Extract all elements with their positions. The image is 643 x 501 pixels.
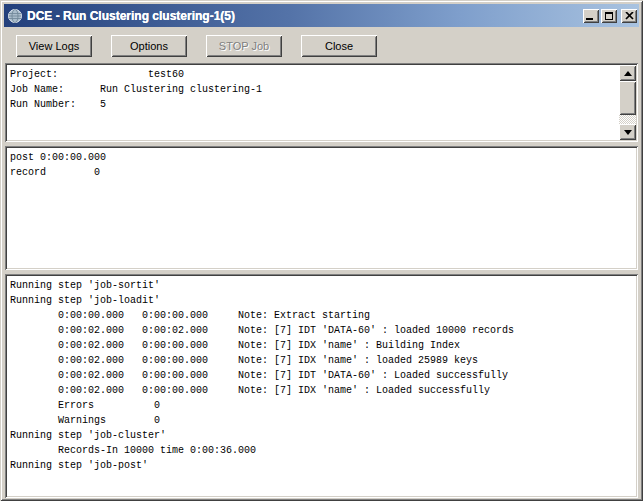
minimize-button[interactable] <box>583 9 599 23</box>
scrollbar-track[interactable] <box>619 115 636 124</box>
scrollbar-thumb[interactable] <box>619 81 636 115</box>
scroll-up-button[interactable] <box>619 65 636 81</box>
close-button[interactable]: Close <box>301 35 377 57</box>
toolbar: View Logs Options STOP Job Close <box>3 27 640 63</box>
close-window-button[interactable] <box>621 9 637 23</box>
titlebar[interactable]: DCE - Run Clustering clustering-1(5) <box>4 4 639 27</box>
info-panel-scrollbar[interactable] <box>619 65 636 140</box>
job-info-panel: Project: test60 Job Name: Run Clustering… <box>5 63 638 142</box>
status-panel: post 0:00:00.000 record 0 <box>5 146 638 270</box>
options-button[interactable]: Options <box>111 35 187 57</box>
maximize-button[interactable] <box>601 9 617 23</box>
minimize-icon <box>586 18 593 20</box>
scroll-down-icon <box>624 130 632 135</box>
window-controls <box>583 9 637 23</box>
globe-icon <box>7 8 23 24</box>
view-logs-button[interactable]: View Logs <box>16 35 92 57</box>
close-icon <box>625 12 634 20</box>
run-log-panel: Running step 'job-sortit' Running step '… <box>5 274 638 498</box>
run-log-text: Running step 'job-sortit' Running step '… <box>5 274 638 473</box>
window-title: DCE - Run Clustering clustering-1(5) <box>27 9 235 23</box>
job-info-text: Project: test60 Job Name: Run Clustering… <box>5 63 619 142</box>
maximize-icon <box>605 12 613 20</box>
scroll-up-icon <box>624 71 632 76</box>
status-text: post 0:00:00.000 record 0 <box>5 146 638 180</box>
stop-job-button: STOP Job <box>206 35 282 57</box>
dialog-window: DCE - Run Clustering clustering-1(5) Vie… <box>0 0 643 501</box>
scroll-down-button[interactable] <box>619 124 636 140</box>
